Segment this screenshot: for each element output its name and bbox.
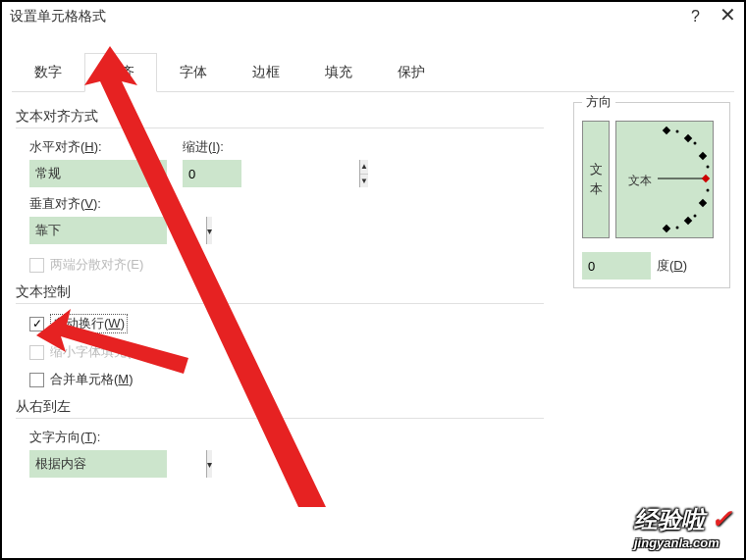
text-direction-combo[interactable]: ▾ — [29, 450, 167, 478]
indent-input[interactable] — [183, 160, 359, 187]
help-icon[interactable]: ? — [691, 8, 700, 25]
svg-point-8 — [676, 130, 679, 133]
label-indent: 缩进(I): — [183, 138, 241, 156]
label-orientation: 方向 — [582, 93, 615, 111]
svg-rect-0 — [663, 127, 670, 134]
svg-rect-2 — [699, 152, 707, 160]
section-text-control: 文本控制 — [16, 283, 544, 304]
label-horizontal-align: 水平对齐(H): — [29, 138, 167, 156]
tab-protection[interactable]: 保护 — [375, 53, 448, 92]
spinner-down-icon[interactable]: ▼ — [360, 175, 368, 188]
svg-point-11 — [694, 215, 697, 218]
text-direction-input[interactable] — [29, 450, 206, 478]
shrink-to-fit-checkbox — [29, 345, 44, 360]
check-icon: ✓ — [711, 504, 732, 535]
orientation-dial[interactable]: 文本 — [615, 121, 714, 238]
dialog-title: 设置单元格格式 — [10, 8, 106, 25]
chevron-down-icon[interactable]: ▾ — [206, 450, 212, 478]
tab-number[interactable]: 数字 — [12, 53, 84, 92]
label-shrink-to-fit: 缩小字体填充(K) — [50, 343, 143, 361]
tab-strip: 数字 对齐 字体 边框 填充 保护 — [12, 53, 734, 92]
dial-label: 文本 — [628, 173, 652, 189]
label-vertical-align: 垂直对齐(V): — [29, 195, 544, 213]
spinner-up-icon[interactable]: ▲ — [360, 160, 368, 175]
svg-point-6 — [707, 166, 710, 169]
svg-point-10 — [676, 227, 679, 229]
vertical-align-input[interactable] — [29, 217, 206, 244]
svg-rect-3 — [699, 199, 707, 207]
label-wrap-text[interactable]: 自动换行(W) — [50, 314, 128, 333]
chevron-down-icon[interactable]: ▾ — [206, 217, 212, 244]
wrap-text-checkbox[interactable] — [29, 317, 44, 331]
horizontal-align-input[interactable] — [29, 160, 206, 187]
svg-point-7 — [707, 189, 710, 192]
merge-cells-checkbox[interactable] — [29, 373, 44, 387]
section-rtl: 从右到左 — [16, 398, 544, 419]
label-justify-distributed: 两端分散对齐(E) — [50, 256, 143, 274]
watermark: 经验啦✓ jingyanla.com — [634, 504, 732, 550]
indent-spinner[interactable]: ▲ ▼ — [183, 160, 241, 187]
vertical-text-button[interactable]: 文 本 — [582, 121, 610, 238]
degree-spinner[interactable]: ▲ ▼ — [582, 252, 651, 280]
label-merge-cells[interactable]: 合并单元格(M) — [50, 371, 133, 388]
svg-point-9 — [694, 142, 697, 145]
svg-rect-4 — [684, 217, 692, 225]
horizontal-align-combo[interactable]: ▾ — [29, 160, 167, 187]
label-text-direction: 文字方向(T): — [29, 429, 544, 446]
orientation-group: 方向 文 本 — [573, 102, 730, 288]
svg-rect-5 — [663, 225, 670, 232]
tab-fill[interactable]: 填充 — [302, 53, 375, 92]
svg-rect-13 — [702, 175, 710, 182]
vertical-align-combo[interactable]: ▾ — [29, 217, 167, 244]
justify-distributed-checkbox — [29, 258, 44, 273]
tab-font[interactable]: 字体 — [157, 53, 230, 92]
svg-rect-1 — [684, 134, 692, 142]
label-degree: 度(D) — [657, 257, 687, 275]
close-icon[interactable]: ✕ — [719, 3, 736, 26]
section-text-alignment: 文本对齐方式 — [16, 108, 544, 128]
tab-alignment[interactable]: 对齐 — [84, 53, 157, 92]
tab-border[interactable]: 边框 — [230, 53, 302, 92]
